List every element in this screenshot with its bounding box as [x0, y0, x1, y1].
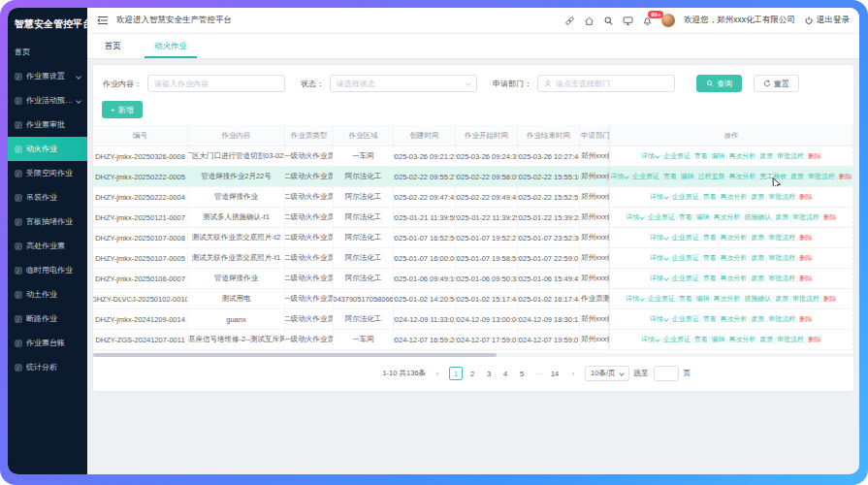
- horizontal-scrollbar-thumb[interactable]: [93, 353, 497, 357]
- page-button[interactable]: 1: [449, 367, 463, 380]
- action-link[interactable]: 企业票证: [648, 294, 675, 304]
- table-row[interactable]: DHZY-ZGS-20241207-00115G基座信号塔维修-2--测试互斥风…: [93, 330, 853, 350]
- reset-button[interactable]: 重置: [754, 75, 799, 92]
- next-page-button[interactable]: ›: [566, 367, 580, 380]
- action-link[interactable]: 企业票证: [632, 172, 659, 181]
- action-link[interactable]: 编辑: [696, 294, 710, 304]
- action-link[interactable]: 详情: [610, 172, 628, 181]
- action-link[interactable]: 再次分析: [728, 172, 755, 181]
- table-row[interactable]: DHZY-jmkx-20250107-0005测试关联作业票交底照片-t1二级动…: [93, 248, 853, 269]
- apply-dept-input[interactable]: 请点击选择部门: [537, 75, 675, 92]
- action-link[interactable]: 企业票证: [672, 274, 699, 283]
- tab-0[interactable]: 首页: [103, 34, 123, 58]
- action-link[interactable]: 再次分析: [728, 335, 755, 344]
- action-link[interactable]: 删除: [808, 151, 821, 161]
- table-row[interactable]: DHZY-jmkx-20250326-0008厂区大门口进行管道切割03-025…: [93, 146, 853, 167]
- action-link[interactable]: 删除: [799, 192, 813, 202]
- sidebar-item-9[interactable]: 临时用电作业: [8, 258, 87, 282]
- action-link[interactable]: 审批流程: [777, 151, 804, 161]
- action-link[interactable]: 废票: [751, 274, 764, 283]
- action-link[interactable]: 详情: [650, 274, 668, 283]
- jump-page-input[interactable]: [654, 366, 679, 381]
- action-link[interactable]: 详情: [626, 294, 644, 304]
- action-link[interactable]: 审批流程: [808, 172, 835, 181]
- action-link[interactable]: 废票: [751, 253, 764, 263]
- action-link[interactable]: 废票: [759, 151, 773, 161]
- link-icon[interactable]: [564, 16, 575, 26]
- action-link[interactable]: 详情: [650, 253, 668, 263]
- page-size-select[interactable]: 10条/页: [585, 366, 628, 381]
- sidebar-item-13[interactable]: 统计分析: [8, 355, 87, 379]
- sidebar-item-10[interactable]: 动土作业: [8, 282, 87, 307]
- page-button[interactable]: 14: [548, 367, 562, 380]
- action-link[interactable]: 查看: [703, 274, 717, 283]
- action-link[interactable]: 详情: [650, 233, 668, 242]
- action-link[interactable]: 废票: [751, 192, 764, 202]
- action-link[interactable]: 删除: [799, 314, 813, 324]
- action-link[interactable]: 企业票证: [648, 212, 675, 222]
- action-link[interactable]: 废票: [790, 172, 804, 181]
- status-select[interactable]: 请选择状态: [330, 75, 477, 92]
- sidebar-item-11[interactable]: 断路作业: [8, 307, 87, 331]
- sidebar-item-1[interactable]: 作业票设置: [8, 64, 87, 88]
- action-link[interactable]: 删除: [839, 172, 852, 181]
- action-link[interactable]: 查看: [703, 253, 717, 263]
- action-link[interactable]: 企业票证: [672, 253, 699, 263]
- action-link[interactable]: 详情: [641, 151, 659, 161]
- action-link[interactable]: 查看: [694, 335, 708, 344]
- action-link[interactable]: 编辑: [712, 151, 725, 161]
- sidebar-item-5[interactable]: 受限空间作业: [8, 161, 87, 185]
- action-link[interactable]: 完工验收: [759, 172, 787, 181]
- action-link[interactable]: 企业票证: [672, 233, 699, 242]
- action-link[interactable]: 再次分析: [721, 192, 748, 202]
- action-link[interactable]: 查看: [679, 212, 692, 222]
- page-button[interactable]: 5: [515, 367, 529, 380]
- action-link[interactable]: 废票: [751, 233, 764, 242]
- action-link[interactable]: 再次分析: [714, 294, 741, 304]
- action-link[interactable]: 再次分析: [721, 274, 748, 283]
- action-link[interactable]: 编辑: [696, 212, 710, 222]
- action-link[interactable]: 措施确认: [744, 294, 771, 304]
- action-link[interactable]: 废票: [775, 294, 788, 304]
- action-link[interactable]: 查看: [703, 314, 717, 324]
- action-link[interactable]: 企业票证: [672, 314, 699, 324]
- search-icon[interactable]: [603, 16, 614, 26]
- search-button[interactable]: 查询: [696, 75, 742, 92]
- action-link[interactable]: 审批流程: [792, 294, 820, 304]
- sidebar-item-2[interactable]: 作业活动预约管理: [8, 88, 87, 113]
- action-link[interactable]: 详情: [650, 314, 668, 324]
- action-link[interactable]: 再次分析: [721, 253, 748, 263]
- action-link[interactable]: 企业票证: [663, 151, 691, 161]
- action-link[interactable]: 废票: [751, 314, 764, 324]
- action-link[interactable]: 再次分析: [721, 314, 748, 324]
- action-link[interactable]: 企业票证: [672, 192, 699, 202]
- table-row[interactable]: DHZY-jmkx-20250121-0007测试多人措施确认-t1二级动火作业…: [93, 208, 853, 228]
- sidebar-item-7[interactable]: 盲板抽堵作业: [8, 210, 87, 234]
- prev-page-button[interactable]: ‹: [431, 367, 444, 380]
- page-button[interactable]: 4: [498, 367, 512, 380]
- table-row[interactable]: DHZY-jmkx-20250106-0007管道焊接作业二级动火作业票阿尔法化…: [93, 269, 853, 289]
- fullscreen-monitor-icon[interactable]: [623, 16, 633, 26]
- sidebar-item-0[interactable]: 首页: [8, 40, 87, 64]
- sidebar-item-6[interactable]: 吊装作业: [8, 185, 87, 210]
- sidebar-item-8[interactable]: 高处作业票: [8, 234, 87, 258]
- job-content-input[interactable]: 请输入作业内容: [147, 75, 285, 92]
- table-row[interactable]: DHZY-jmkx-20241209-0014guanx二级动火作业票阿尔法化工…: [93, 309, 853, 330]
- home-icon[interactable]: [584, 16, 595, 26]
- action-link[interactable]: 删除: [808, 335, 821, 344]
- action-link[interactable]: 删除: [823, 212, 837, 222]
- action-link[interactable]: 查看: [703, 192, 717, 202]
- collapse-menu-icon[interactable]: [97, 16, 109, 25]
- page-button[interactable]: 3: [482, 367, 496, 380]
- action-link[interactable]: 审批流程: [792, 212, 820, 222]
- action-link[interactable]: 删除: [823, 294, 837, 304]
- sidebar-item-12[interactable]: 作业票台账: [8, 331, 87, 355]
- action-link[interactable]: 企业票证: [663, 335, 691, 344]
- action-link[interactable]: 详情: [641, 335, 659, 344]
- action-link[interactable]: 废票: [775, 212, 788, 222]
- action-link[interactable]: 措施确认: [744, 212, 771, 222]
- add-button[interactable]: + 新增: [102, 101, 143, 118]
- action-link[interactable]: 过程监督: [698, 172, 725, 181]
- action-link[interactable]: 删除: [799, 274, 813, 283]
- action-link[interactable]: 查看: [694, 151, 708, 161]
